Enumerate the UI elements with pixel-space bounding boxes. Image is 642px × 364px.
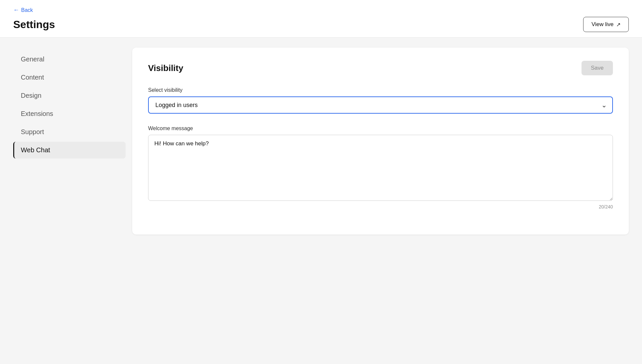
view-live-label: View live: [591, 21, 614, 28]
sidebar: General Content Design Extensions Suppor…: [13, 48, 126, 235]
sidebar-item-content[interactable]: Content: [13, 69, 126, 86]
header-row: Settings View live ↗: [13, 17, 629, 32]
page-header: ← Back Settings View live ↗: [0, 0, 642, 38]
welcome-message-field-group: Welcome message Hi! How can we help? 20/…: [148, 126, 613, 209]
sidebar-item-extensions[interactable]: Extensions: [13, 105, 126, 122]
sidebar-item-web-chat[interactable]: Web Chat: [13, 142, 126, 159]
back-label: Back: [21, 7, 33, 13]
visibility-select-wrapper: Everyone Logged in users No one ⌄: [148, 96, 613, 114]
page-title: Settings: [13, 18, 55, 31]
sidebar-item-design[interactable]: Design: [13, 87, 126, 104]
sidebar-item-general[interactable]: General: [13, 51, 126, 68]
welcome-message-label: Welcome message: [148, 126, 613, 131]
char-count: 20/240: [148, 204, 613, 209]
section-header: Visibility Save: [148, 61, 613, 75]
section-title: Visibility: [148, 63, 183, 73]
content-area: General Content Design Extensions Suppor…: [0, 38, 642, 244]
welcome-message-textarea[interactable]: Hi! How can we help?: [148, 135, 613, 201]
view-live-button[interactable]: View live ↗: [583, 17, 629, 32]
visibility-field-group: Select visibility Everyone Logged in use…: [148, 87, 613, 114]
main-panel: Visibility Save Select visibility Everyo…: [132, 48, 629, 235]
visibility-label: Select visibility: [148, 87, 613, 93]
visibility-select[interactable]: Everyone Logged in users No one: [148, 96, 613, 114]
back-link[interactable]: ← Back: [13, 7, 629, 14]
external-link-icon: ↗: [616, 21, 621, 28]
save-button[interactable]: Save: [582, 61, 613, 75]
sidebar-item-support[interactable]: Support: [13, 124, 126, 140]
back-arrow-icon: ←: [13, 7, 19, 14]
